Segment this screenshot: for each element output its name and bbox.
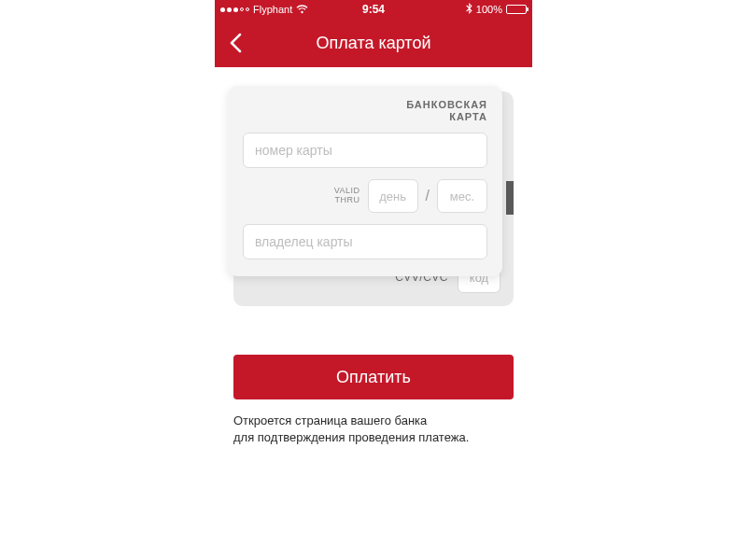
back-button[interactable] [215,22,256,63]
status-bar: Flyphant 9:54 100% [215,0,532,19]
card-type-label: БАНКОВСКАЯ КАРТА [243,99,487,123]
card-front: БАНКОВСКАЯ КАРТА VALID THRU / [228,86,502,276]
card-label-line1: БАНКОВСКАЯ [406,99,487,110]
valid-thru-row: VALID THRU / [243,179,487,213]
bluetooth-icon [466,3,472,16]
wifi-icon [296,5,308,14]
expiry-slash: / [426,188,430,204]
carrier-label: Flyphant [253,4,292,15]
valid-line2: THRU [335,195,360,204]
nav-bar: Оплата картой [215,19,532,67]
page-title: Оплата картой [317,34,431,53]
chevron-left-icon [229,33,242,53]
battery-icon [506,5,527,14]
status-left: Flyphant [220,4,308,15]
expiry-month-input[interactable] [437,179,487,213]
hint-line2: для подтверждения проведения платежа. [233,430,469,444]
cardholder-input[interactable] [243,224,487,259]
content: CVV/CVC БАНКОВСКАЯ КАРТА VALID THRU / [215,67,532,446]
valid-thru-label: VALID THRU [334,187,360,205]
clock: 9:54 [362,3,385,16]
signal-dots-icon [220,7,249,12]
battery-pct: 100% [476,4,502,15]
hint-text: Откроется страница вашего банка для подт… [233,413,514,446]
card-stack: CVV/CVC БАНКОВСКАЯ КАРТА VALID THRU / [233,91,514,306]
hint-line1: Откроется страница вашего банка [233,413,427,427]
mag-stripe [506,181,514,215]
expiry-day-input[interactable] [368,179,418,213]
phone-frame: Flyphant 9:54 100% Оплата картой CVV/CVC [215,0,532,560]
card-number-input[interactable] [243,133,487,168]
valid-line1: VALID [334,186,360,195]
pay-button[interactable]: Оплатить [233,355,514,399]
card-label-line2: КАРТА [449,111,487,122]
status-right: 100% [466,3,527,16]
